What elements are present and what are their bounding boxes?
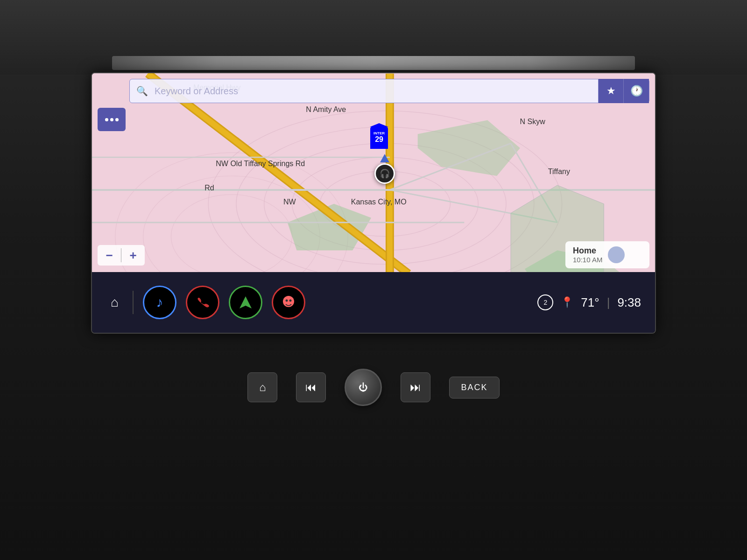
road-label-rd: Rd: [204, 184, 214, 192]
waze-app-button[interactable]: [272, 286, 305, 319]
location-icon: 📍: [561, 296, 573, 308]
top-vent: [0, 0, 747, 75]
physical-power-knob[interactable]: ⏻: [345, 369, 382, 406]
physical-controls: ⌂ ⏮ ⏻ ⏭ BACK: [0, 341, 747, 434]
position-marker: 🎧: [374, 163, 395, 184]
nav-divider: [133, 291, 134, 314]
menu-button[interactable]: [98, 108, 126, 131]
city-label: Kansas City, MO: [351, 198, 407, 206]
physical-next-button[interactable]: ⏭: [401, 372, 430, 402]
area-label-nw: NW: [283, 198, 296, 206]
svg-marker-9: [418, 120, 520, 176]
physical-back-button[interactable]: BACK: [449, 377, 499, 399]
search-icon: 🔍: [130, 85, 155, 97]
zoom-controls[interactable]: − +: [98, 245, 145, 266]
infotainment-screen: 🔍 Keyword or Address ★ 🕐 Memorial Hwy N …: [91, 72, 656, 334]
history-button[interactable]: 🕐: [624, 79, 649, 103]
svg-point-25: [289, 300, 291, 302]
physical-prev-button[interactable]: ⏮: [296, 372, 326, 402]
position-icon: 🎧: [374, 163, 395, 184]
search-input[interactable]: Keyword or Address: [155, 86, 598, 97]
search-bar[interactable]: 🔍 Keyword or Address ★ 🕐: [129, 79, 649, 103]
search-buttons: ★ 🕐: [598, 79, 649, 103]
menu-dots-icon: [105, 118, 119, 121]
time-display: 9:38: [617, 295, 641, 310]
destination-card[interactable]: Home 10:10 AM: [565, 241, 649, 268]
interstate-number: 29: [375, 135, 383, 144]
interstate-sign: INTER 29: [370, 126, 388, 149]
destination-name: Home: [573, 246, 602, 256]
favorites-button[interactable]: ★: [599, 79, 624, 103]
phone-app-button[interactable]: [186, 286, 219, 319]
road-label-amity: N Amity Ave: [306, 105, 346, 114]
maps-app-button[interactable]: [229, 286, 262, 319]
temperature-display: 71°: [581, 295, 599, 310]
music-app-button[interactable]: ♪: [143, 286, 176, 319]
svg-marker-22: [240, 296, 252, 308]
zoom-out-button[interactable]: −: [98, 245, 121, 266]
destination-time: 10:10 AM: [573, 256, 602, 264]
road-label-sky: N Skyw: [520, 118, 545, 126]
zoom-in-button[interactable]: +: [121, 245, 145, 266]
status-divider: |: [607, 295, 610, 310]
power-icon: ⏻: [359, 382, 368, 393]
vent-strip: [112, 56, 635, 70]
notification-badge[interactable]: 2: [537, 294, 553, 310]
svg-line-12: [148, 74, 409, 274]
map-area[interactable]: 🔍 Keyword or Address ★ 🕐 Memorial Hwy N …: [92, 73, 655, 274]
destination-dot: [608, 246, 625, 263]
svg-point-7: [171, 195, 292, 274]
physical-home-button[interactable]: ⌂: [247, 372, 277, 402]
destination-info: Home 10:10 AM: [573, 246, 602, 264]
nav-bar: ⌂ ♪: [92, 272, 655, 333]
svg-point-24: [285, 300, 288, 302]
car-interior: 🔍 Keyword or Address ★ 🕐 Memorial Hwy N …: [0, 0, 747, 560]
road-label-tiffany: NW Old Tiffany Springs Rd: [216, 160, 305, 168]
home-nav-button[interactable]: ⌂: [106, 295, 123, 310]
status-bar: 2 📍 71° | 9:38: [537, 294, 641, 310]
place-label-tiffany: Tiffany: [548, 168, 570, 176]
